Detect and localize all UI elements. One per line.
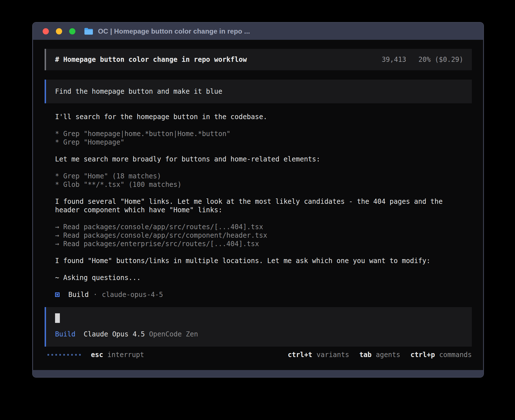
spinner-dot <box>67 354 69 356</box>
agent-attribution: Build · claude-opus-4-5 <box>55 290 462 299</box>
session-stats: 39,413 20% ($0.29) <box>382 55 463 64</box>
assistant-paragraph: I'll search for the homepage button in t… <box>55 113 462 121</box>
context-usage-cost: 20% ($0.29) <box>418 56 463 64</box>
tool-call-grep: * Grep "Homepage" <box>55 138 462 146</box>
spinner-dot <box>79 354 81 356</box>
shortcut-variants: ctrl+t variants <box>288 351 349 359</box>
asking-questions-status: ~ Asking questions... <box>55 274 462 282</box>
prompt-input[interactable]: Build Claude Opus 4.5 OpenCode Zen <box>45 307 472 347</box>
shortcut-agents: tab agents <box>359 351 400 359</box>
terminal-window: OC | Homepage button color change in rep… <box>32 22 484 378</box>
zoom-button[interactable] <box>69 28 75 34</box>
assistant-status: ~ Asking questions... <box>55 274 462 282</box>
input-meta: Build Claude Opus 4.5 OpenCode Zen <box>55 330 472 338</box>
assistant-text: Let me search more broadly for buttons a… <box>55 155 462 163</box>
input-provider-label: OpenCode Zen <box>149 330 198 338</box>
shortcut-key: tab <box>359 351 372 359</box>
shortcut-label: variants <box>317 351 349 359</box>
session-header: # Homepage button color change in repo w… <box>45 49 472 70</box>
input-model-label: Claude Opus 4.5 <box>84 330 145 338</box>
assistant-paragraph: Let me search more broadly for buttons a… <box>55 155 462 163</box>
build-agent-icon-inner <box>56 294 58 296</box>
agent-name: Build <box>68 290 89 299</box>
status-bar: esc interrupt ctrl+t variants tab agents… <box>45 350 472 360</box>
spinner-dot <box>55 354 57 356</box>
spinner-dot <box>71 354 73 356</box>
agent-separator: · <box>93 290 97 299</box>
shortcut-key: ctrl+t <box>288 351 312 359</box>
tool-call-group: * Grep "Home" (18 matches) * Glob "**/*.… <box>55 172 462 189</box>
shortcut-commands: ctrl+p commands <box>411 351 472 359</box>
tool-call-group: * Grep "homepage|home.*button|Home.*butt… <box>55 130 462 146</box>
tool-call-read: → Read packages/console/app/src/componen… <box>55 231 462 240</box>
spinner-dot <box>63 354 65 356</box>
esc-key-label: interrupt <box>107 351 144 359</box>
tool-call-read: → Read packages/console/app/src/routes/[… <box>55 223 462 231</box>
input-mode-label: Build <box>55 330 75 338</box>
spinner-dot <box>59 354 61 356</box>
user-message-text: Find the homepage button and make it blu… <box>55 87 222 96</box>
tool-call-glob: * Glob "**/*.tsx" (100 matches) <box>55 180 462 189</box>
assistant-text: I found several "Home" links. Let me loo… <box>55 197 462 214</box>
window-titlebar[interactable]: OC | Homepage button color change in rep… <box>33 23 483 40</box>
window-footer-strip <box>33 370 483 377</box>
shortcut-key: ctrl+p <box>411 351 435 359</box>
traffic-lights <box>43 28 75 34</box>
assistant-text: I'll search for the homepage button in t… <box>55 113 462 121</box>
user-message: Find the homepage button and make it blu… <box>45 80 472 103</box>
tool-call-grep: * Grep "Home" (18 matches) <box>55 172 462 180</box>
build-agent-icon <box>55 292 60 297</box>
session-title: # Homepage button color change in repo w… <box>55 55 247 64</box>
assistant-text: I found "Home" buttons/links in multiple… <box>55 257 462 265</box>
status-right: ctrl+t variants tab agents ctrl+p comman… <box>288 351 472 359</box>
esc-key-hint: esc <box>91 351 103 359</box>
spinner-dot <box>47 354 49 356</box>
tool-call-read: → Read packages/enterprise/src/routes/[.… <box>55 240 462 248</box>
token-count: 39,413 <box>382 56 406 64</box>
minimize-button[interactable] <box>56 28 62 34</box>
tool-call-grep: * Grep "homepage|home.*button|Home.*butt… <box>55 130 462 138</box>
shortcut-label: commands <box>439 351 472 359</box>
folder-icon <box>84 27 93 35</box>
close-button[interactable] <box>43 28 49 34</box>
text-cursor <box>55 313 60 323</box>
status-left: esc interrupt <box>47 351 144 359</box>
assistant-transcript: I'll search for the homepage button in t… <box>45 113 462 299</box>
assistant-paragraph: I found several "Home" links. Let me loo… <box>55 197 462 214</box>
spinner-dot <box>75 354 77 356</box>
agent-model: claude-opus-4-5 <box>102 290 163 299</box>
window-title: OC | Homepage button color change in rep… <box>98 27 250 35</box>
spinner-dot <box>51 354 53 356</box>
tool-call-group: → Read packages/console/app/src/routes/[… <box>55 223 462 248</box>
assistant-paragraph: I found "Home" buttons/links in multiple… <box>55 257 462 265</box>
shortcut-label: agents <box>376 351 400 359</box>
terminal-content: # Homepage button color change in repo w… <box>33 40 483 370</box>
working-spinner-dots <box>47 354 81 356</box>
